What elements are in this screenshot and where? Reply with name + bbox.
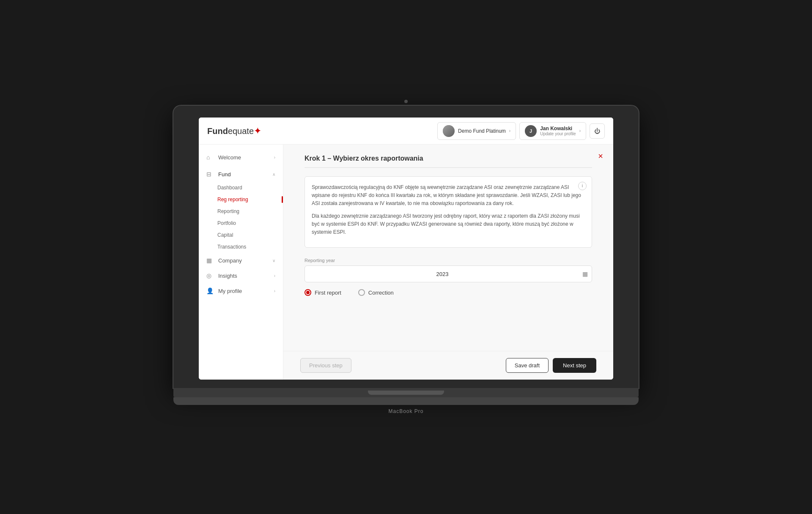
radio-correction-label: Correction bbox=[368, 290, 394, 296]
welcome-chevron-icon: › bbox=[274, 155, 275, 160]
user-avatar: J bbox=[525, 125, 537, 137]
sidebar-welcome-label: Welcome bbox=[218, 154, 270, 161]
calendar-icon[interactable]: ▦ bbox=[582, 271, 588, 277]
sidebar-item-fund[interactable]: ⊟ Fund ∧ bbox=[199, 167, 283, 182]
info-text-1: Sprawozdawczością regulacyjną do KNF obj… bbox=[312, 183, 585, 208]
content-area: × Krok 1 – Wybierz okres raportowania Sp… bbox=[283, 145, 613, 351]
home-icon: ⌂ bbox=[206, 154, 214, 161]
save-draft-button[interactable]: Save draft bbox=[506, 358, 549, 373]
field-input-wrapper: ▦ bbox=[304, 265, 592, 282]
laptop-bottom bbox=[173, 397, 639, 405]
radio-group: First report Correction bbox=[304, 289, 592, 296]
info-box: Sprawozdawczością regulacyjną do KNF obj… bbox=[304, 176, 592, 248]
fund-subnav: Dashboard Reg reporting Reporting Portfo… bbox=[199, 182, 283, 253]
subnav-reg-reporting[interactable]: Reg reporting bbox=[217, 194, 283, 205]
form-container: Krok 1 – Wybierz okres raportowania Spra… bbox=[304, 155, 592, 296]
fund-chevron-icon: › bbox=[509, 128, 510, 133]
radio-correction-circle bbox=[358, 289, 365, 296]
topbar: Fundequate✦ Demo Fund Platinum › J Jan K… bbox=[199, 118, 613, 145]
info-text-2: Dla każdego zewnętrznie zarządzanego ASI… bbox=[312, 212, 585, 237]
close-button[interactable]: × bbox=[598, 151, 603, 161]
fund-icon: ⊟ bbox=[206, 171, 214, 178]
reporting-year-label: Reporting year bbox=[304, 258, 592, 263]
power-button[interactable]: ⏻ bbox=[590, 123, 605, 139]
logo: Fundequate✦ bbox=[207, 126, 261, 137]
topbar-right: Demo Fund Platinum › J Jan Kowalski Upda… bbox=[437, 122, 605, 140]
profile-icon: 👤 bbox=[206, 287, 214, 294]
sidebar-item-my-profile[interactable]: 👤 My profile › bbox=[199, 283, 283, 298]
main-layout: ⌂ Welcome › ⊟ Fund ∧ Dashboard bbox=[199, 145, 613, 380]
sidebar-fund-label: Fund bbox=[218, 171, 268, 178]
subnav-transactions[interactable]: Transactions bbox=[217, 241, 283, 253]
fund-name: Demo Fund Platinum bbox=[458, 128, 506, 134]
user-chevron-icon: › bbox=[579, 128, 581, 133]
sidebar: ⌂ Welcome › ⊟ Fund ∧ Dashboard bbox=[199, 145, 283, 380]
company-icon: ▦ bbox=[206, 257, 214, 264]
info-icon: i bbox=[578, 182, 587, 190]
sidebar-insights-label: Insights bbox=[218, 273, 270, 279]
user-subtitle: Update your profile bbox=[540, 131, 576, 136]
logo-accent: ✦ bbox=[254, 126, 261, 136]
next-step-button[interactable]: Next step bbox=[553, 358, 596, 373]
subnav-capital[interactable]: Capital bbox=[217, 229, 283, 241]
fund-selector[interactable]: Demo Fund Platinum › bbox=[437, 122, 516, 140]
radio-first-report[interactable]: First report bbox=[304, 289, 341, 296]
macbook-label: MacBook Pro bbox=[173, 408, 639, 414]
subnav-reporting[interactable]: Reporting bbox=[217, 205, 283, 217]
reporting-year-input[interactable] bbox=[304, 265, 592, 282]
reporting-year-field: Reporting year ▦ bbox=[304, 258, 592, 282]
profile-chevron-icon: › bbox=[274, 289, 275, 293]
prev-step-button[interactable]: Previous step bbox=[300, 358, 351, 373]
radio-first-label: First report bbox=[315, 290, 341, 296]
laptop-base bbox=[173, 388, 639, 397]
step-title: Krok 1 – Wybierz okres raportowania bbox=[304, 155, 592, 168]
screen: Fundequate✦ Demo Fund Platinum › J Jan K… bbox=[199, 118, 613, 380]
subnav-portfolio[interactable]: Portfolio bbox=[217, 217, 283, 229]
fund-avatar bbox=[443, 125, 455, 137]
fund-section: ⊟ Fund ∧ Dashboard Reg reporting bbox=[199, 167, 283, 253]
sidebar-company-label: Company bbox=[218, 257, 268, 264]
sidebar-profile-label: My profile bbox=[218, 288, 270, 294]
radio-correction[interactable]: Correction bbox=[358, 289, 394, 296]
fund-chevron-icon: ∧ bbox=[272, 172, 275, 177]
footer-bar: Previous step Save draft Next step bbox=[283, 351, 613, 380]
logo-equate: equate bbox=[228, 126, 254, 136]
sidebar-item-company[interactable]: ▦ Company ∨ bbox=[199, 253, 283, 268]
insights-chevron-icon: › bbox=[274, 273, 275, 278]
radio-first-circle bbox=[304, 289, 311, 296]
insights-icon: ◎ bbox=[206, 272, 214, 279]
footer-right-buttons: Save draft Next step bbox=[506, 358, 596, 373]
logo-fund: Fund bbox=[207, 126, 228, 136]
subnav-dashboard[interactable]: Dashboard bbox=[217, 182, 283, 194]
company-chevron-icon: ∨ bbox=[272, 258, 275, 263]
user-info: Jan Kowalski Update your profile bbox=[540, 126, 576, 136]
user-name: Jan Kowalski bbox=[540, 126, 576, 131]
sidebar-item-welcome[interactable]: ⌂ Welcome › bbox=[199, 150, 283, 165]
sidebar-item-insights[interactable]: ◎ Insights › bbox=[199, 268, 283, 283]
user-selector[interactable]: J Jan Kowalski Update your profile › bbox=[519, 122, 586, 140]
power-icon: ⏻ bbox=[594, 128, 600, 134]
